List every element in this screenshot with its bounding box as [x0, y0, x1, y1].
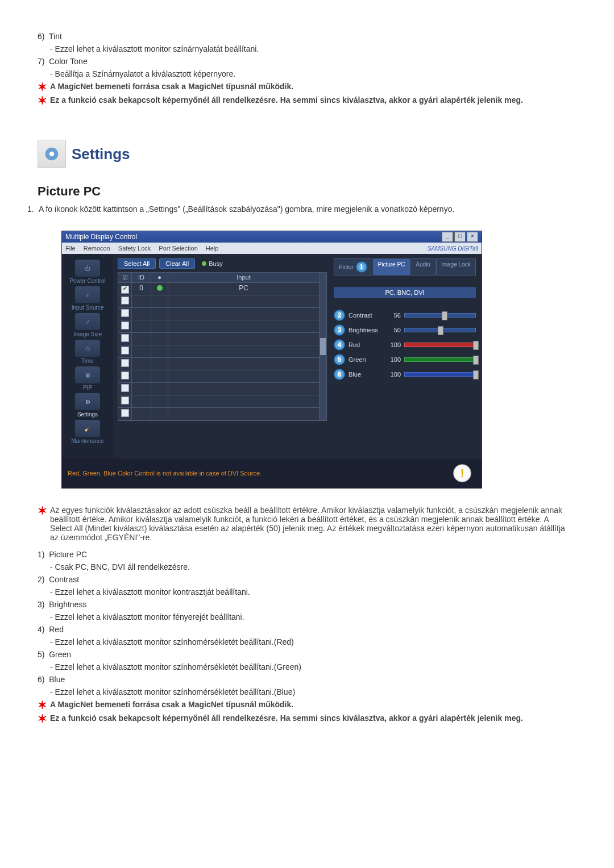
star-icon: ✶ [38, 700, 50, 710]
item-desc: - Ezzel lehet a kiválasztott monitor kon… [50, 587, 569, 596]
slider-row-red: 4Red100 [334, 339, 476, 350]
sidebar-item-input[interactable]: ⎚Input Source [65, 286, 110, 311]
slider-label: Red [349, 341, 383, 348]
ol-number: 1. [27, 205, 39, 214]
tab-label: Pictur [339, 264, 354, 270]
scrollbar[interactable] [320, 273, 326, 420]
close-button[interactable]: × [467, 232, 478, 242]
slider-row-green: 5Green100 [334, 354, 476, 365]
menu-help[interactable]: Help [206, 245, 219, 252]
star-icon: ✶ [38, 82, 50, 92]
item-desc: - Csak PC, BNC, DVI áll rendelkezésre. [50, 562, 569, 571]
maximize-button[interactable]: □ [454, 232, 466, 242]
col-input: Input [168, 273, 320, 283]
svg-point-1 [49, 152, 55, 157]
item-title: Blue [49, 675, 65, 684]
tab-picture[interactable]: Pictur 1 [334, 258, 372, 276]
tab-picture-pc[interactable]: Picture PC [373, 258, 410, 276]
row-empty[interactable] [118, 333, 132, 345]
row-empty[interactable] [118, 308, 132, 320]
slider-row-contrast: 2Contrast56 [334, 310, 476, 321]
sidebar-item-pip[interactable]: ▣PIP [65, 366, 110, 391]
busy-indicator-icon [202, 261, 206, 266]
row-empty[interactable] [118, 358, 132, 370]
sidebar-item-image-size[interactable]: ⤢Image Size [65, 313, 110, 337]
footer-warning-text: Red, Green, Blue Color Control is not av… [68, 470, 262, 477]
menu-file[interactable]: File [65, 245, 76, 252]
row-empty[interactable] [118, 345, 132, 358]
slider-track[interactable] [404, 343, 476, 347]
busy-label: Busy [209, 260, 222, 267]
item-desc: - Ezzel lehet a kiválasztott monitor fén… [50, 612, 569, 621]
star-note: Ez a funkció csak bekapcsolt képernyőnél… [50, 95, 569, 106]
row-led [151, 283, 168, 295]
row-empty[interactable] [118, 408, 132, 420]
row-empty[interactable] [118, 395, 132, 408]
device-grid: ☑ ID ● Input 0 PC [118, 272, 327, 421]
item-title: Color Tone [49, 57, 87, 66]
source-label: PC, BNC, DVI [334, 287, 476, 298]
item-number: 7) [38, 57, 44, 66]
menu-remocon[interactable]: Remocon [84, 245, 110, 252]
select-all-button[interactable]: Select All [118, 258, 156, 269]
item-number: 6) [38, 675, 44, 684]
row-empty[interactable] [118, 320, 132, 333]
item-title: Picture PC [49, 550, 87, 559]
item-desc: - Ezzel lehet a kiválasztott monitor szí… [50, 637, 569, 646]
item-title: Green [49, 650, 71, 659]
slider-track[interactable] [404, 313, 476, 318]
row-input: PC [168, 283, 320, 295]
sidebar-item-label: Power Control [69, 278, 105, 284]
star-icon: ✶ [38, 506, 50, 542]
sidebar-item-label: Time [81, 358, 94, 364]
col-id: ID [132, 273, 151, 283]
window-title: Multiple Display Control [65, 233, 137, 241]
callout-badge-4: 4 [334, 339, 345, 350]
row-empty[interactable] [118, 370, 132, 383]
slider-value: 100 [386, 371, 401, 378]
slider-track[interactable] [404, 372, 476, 377]
sidebar-item-time[interactable]: ◷Time [65, 340, 110, 364]
row-empty[interactable] [118, 383, 132, 395]
slider-row-brightness: 3Brightness50 [334, 324, 476, 336]
item-desc: - Ezzel lehet a kiválasztott monitor szí… [50, 44, 569, 53]
slider-value: 100 [386, 341, 401, 348]
callout-badge-5: 5 [334, 354, 345, 365]
row-check[interactable] [118, 283, 132, 295]
item-title: Contrast [49, 575, 79, 584]
minimize-button[interactable]: _ [442, 232, 453, 242]
brand-label: SAMSUNG DIGITall [428, 245, 478, 252]
callout-badge-3: 3 [334, 324, 345, 336]
sidebar-item-settings[interactable]: ⚙Settings [65, 393, 110, 418]
menubar: File Remocon Safety Lock Port Selection … [62, 243, 482, 254]
item-desc: - Beállítja a Színárnyalatot a kiválaszt… [50, 69, 569, 78]
slider-label: Green [349, 356, 383, 363]
slider-label: Blue [349, 371, 383, 378]
app-screenshot: Multiple Display Control _ □ × File Remo… [61, 231, 482, 489]
item-desc: - Ezzel lehet a kiválasztott monitor szí… [50, 687, 569, 696]
row-empty[interactable] [118, 295, 132, 308]
clear-all-button[interactable]: Clear All [159, 258, 195, 269]
slider-track[interactable] [404, 328, 476, 332]
callout-badge-2: 2 [334, 310, 345, 321]
item-title: Red [49, 625, 64, 634]
item-title: Brightness [49, 600, 86, 609]
menu-port-selection[interactable]: Port Selection [159, 245, 197, 252]
star-note: A MagicNet bemeneti forrása csak a Magic… [50, 700, 569, 710]
page-title: Picture PC [38, 184, 614, 199]
callout-badge-6: 6 [334, 369, 345, 380]
item-title: Tint [49, 32, 62, 41]
star-icon: ✶ [38, 95, 50, 106]
tab-audio[interactable]: Audio [410, 258, 435, 276]
col-check: ☑ [118, 273, 132, 283]
menu-safety-lock[interactable]: Safety Lock [118, 245, 151, 252]
sidebar-item-power[interactable]: ⏻Power Control [65, 260, 110, 284]
item-number: 2) [38, 575, 44, 584]
warning-icon: ! [453, 464, 471, 482]
slider-row-blue: 6Blue100 [334, 369, 476, 380]
tab-image-lock[interactable]: Image Lock [436, 258, 476, 276]
slider-label: Contrast [349, 312, 383, 319]
sidebar-item-maintenance[interactable]: 🧹Maintenance [65, 420, 110, 444]
slider-value: 50 [386, 327, 401, 333]
slider-track[interactable] [404, 357, 476, 362]
